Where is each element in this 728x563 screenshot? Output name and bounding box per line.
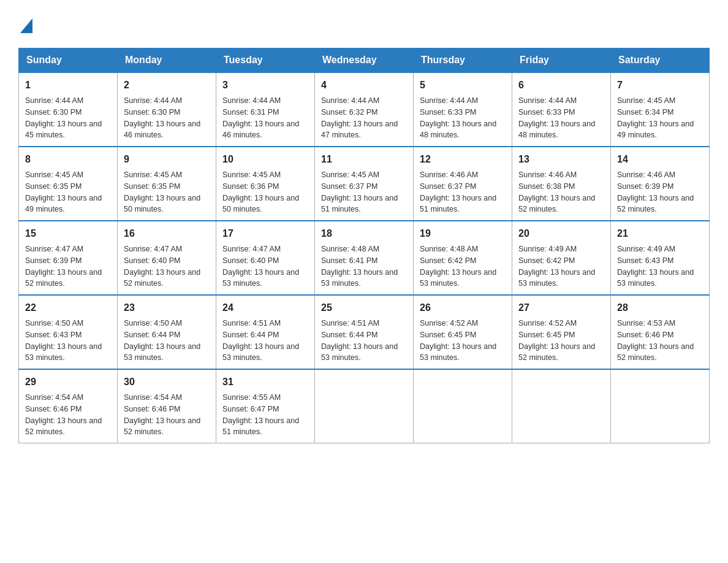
calendar-cell: 28Sunrise: 4:53 AMSunset: 6:46 PMDayligh… bbox=[611, 295, 710, 369]
day-number: 20 bbox=[518, 226, 604, 241]
day-info: Sunrise: 4:54 AMSunset: 6:46 PMDaylight:… bbox=[124, 392, 210, 438]
calendar-cell: 1Sunrise: 4:44 AMSunset: 6:30 PMDaylight… bbox=[19, 72, 118, 147]
day-info: Sunrise: 4:45 AMSunset: 6:36 PMDaylight:… bbox=[222, 169, 308, 215]
calendar-cell: 13Sunrise: 4:46 AMSunset: 6:38 PMDayligh… bbox=[512, 147, 611, 221]
day-number: 25 bbox=[321, 301, 407, 315]
calendar-cell: 22Sunrise: 4:50 AMSunset: 6:43 PMDayligh… bbox=[19, 295, 118, 369]
svg-marker-0 bbox=[20, 18, 32, 33]
logo bbox=[18, 18, 32, 36]
calendar-week-row: 1Sunrise: 4:44 AMSunset: 6:30 PMDaylight… bbox=[19, 72, 710, 147]
day-info: Sunrise: 4:50 AMSunset: 6:43 PMDaylight:… bbox=[25, 318, 111, 364]
weekday-header-saturday: Saturday bbox=[611, 48, 710, 73]
day-info: Sunrise: 4:52 AMSunset: 6:45 PMDaylight:… bbox=[420, 318, 506, 364]
day-info: Sunrise: 4:45 AMSunset: 6:35 PMDaylight:… bbox=[25, 169, 111, 215]
weekday-header-sunday: Sunday bbox=[19, 48, 118, 73]
calendar-week-row: 29Sunrise: 4:54 AMSunset: 6:46 PMDayligh… bbox=[19, 369, 710, 443]
day-info: Sunrise: 4:45 AMSunset: 6:37 PMDaylight:… bbox=[321, 169, 407, 215]
calendar-cell: 31Sunrise: 4:55 AMSunset: 6:47 PMDayligh… bbox=[216, 369, 315, 443]
day-number: 6 bbox=[518, 78, 604, 93]
day-number: 18 bbox=[321, 226, 407, 241]
weekday-header-wednesday: Wednesday bbox=[315, 48, 414, 73]
day-number: 9 bbox=[124, 152, 210, 167]
calendar-cell bbox=[414, 369, 512, 443]
calendar-cell: 26Sunrise: 4:52 AMSunset: 6:45 PMDayligh… bbox=[414, 295, 512, 369]
day-number: 14 bbox=[617, 152, 703, 167]
day-number: 2 bbox=[124, 78, 210, 93]
weekday-header-monday: Monday bbox=[118, 48, 216, 73]
calendar-cell: 23Sunrise: 4:50 AMSunset: 6:44 PMDayligh… bbox=[118, 295, 216, 369]
calendar-cell: 29Sunrise: 4:54 AMSunset: 6:46 PMDayligh… bbox=[19, 369, 118, 443]
calendar-cell: 6Sunrise: 4:44 AMSunset: 6:33 PMDaylight… bbox=[512, 72, 611, 147]
day-info: Sunrise: 4:48 AMSunset: 6:41 PMDaylight:… bbox=[321, 243, 407, 289]
calendar-week-row: 22Sunrise: 4:50 AMSunset: 6:43 PMDayligh… bbox=[19, 295, 710, 369]
calendar-cell: 11Sunrise: 4:45 AMSunset: 6:37 PMDayligh… bbox=[315, 147, 414, 221]
day-number: 4 bbox=[321, 78, 407, 93]
weekday-header-friday: Friday bbox=[512, 48, 611, 73]
calendar-table: SundayMondayTuesdayWednesdayThursdayFrid… bbox=[18, 48, 710, 443]
day-number: 27 bbox=[518, 301, 604, 315]
calendar-header-row: SundayMondayTuesdayWednesdayThursdayFrid… bbox=[19, 48, 710, 73]
calendar-cell bbox=[315, 369, 414, 443]
calendar-week-row: 8Sunrise: 4:45 AMSunset: 6:35 PMDaylight… bbox=[19, 147, 710, 221]
calendar-cell: 25Sunrise: 4:51 AMSunset: 6:44 PMDayligh… bbox=[315, 295, 414, 369]
day-info: Sunrise: 4:51 AMSunset: 6:44 PMDaylight:… bbox=[222, 318, 308, 364]
day-info: Sunrise: 4:45 AMSunset: 6:35 PMDaylight:… bbox=[124, 169, 210, 215]
calendar-cell: 19Sunrise: 4:48 AMSunset: 6:42 PMDayligh… bbox=[414, 221, 512, 295]
day-info: Sunrise: 4:44 AMSunset: 6:33 PMDaylight:… bbox=[420, 95, 506, 141]
weekday-header-thursday: Thursday bbox=[414, 48, 512, 73]
calendar-cell: 17Sunrise: 4:47 AMSunset: 6:40 PMDayligh… bbox=[216, 221, 315, 295]
day-number: 30 bbox=[124, 375, 210, 389]
calendar-cell: 18Sunrise: 4:48 AMSunset: 6:41 PMDayligh… bbox=[315, 221, 414, 295]
day-info: Sunrise: 4:47 AMSunset: 6:40 PMDaylight:… bbox=[222, 243, 308, 289]
calendar-cell: 12Sunrise: 4:46 AMSunset: 6:37 PMDayligh… bbox=[414, 147, 512, 221]
calendar-week-row: 15Sunrise: 4:47 AMSunset: 6:39 PMDayligh… bbox=[19, 221, 710, 295]
calendar-cell: 8Sunrise: 4:45 AMSunset: 6:35 PMDaylight… bbox=[19, 147, 118, 221]
header bbox=[18, 12, 710, 36]
calendar-cell: 27Sunrise: 4:52 AMSunset: 6:45 PMDayligh… bbox=[512, 295, 611, 369]
calendar-cell: 14Sunrise: 4:46 AMSunset: 6:39 PMDayligh… bbox=[611, 147, 710, 221]
day-info: Sunrise: 4:55 AMSunset: 6:47 PMDaylight:… bbox=[222, 392, 308, 438]
calendar-cell bbox=[611, 369, 710, 443]
day-info: Sunrise: 4:48 AMSunset: 6:42 PMDaylight:… bbox=[420, 243, 506, 289]
day-number: 28 bbox=[617, 301, 703, 315]
day-info: Sunrise: 4:45 AMSunset: 6:34 PMDaylight:… bbox=[617, 95, 703, 141]
day-info: Sunrise: 4:49 AMSunset: 6:43 PMDaylight:… bbox=[617, 243, 703, 289]
weekday-header-tuesday: Tuesday bbox=[216, 48, 315, 73]
day-number: 23 bbox=[124, 301, 210, 315]
day-number: 12 bbox=[420, 152, 506, 167]
day-info: Sunrise: 4:47 AMSunset: 6:40 PMDaylight:… bbox=[124, 243, 210, 289]
day-info: Sunrise: 4:53 AMSunset: 6:46 PMDaylight:… bbox=[617, 318, 703, 364]
logo-triangle-icon bbox=[20, 18, 32, 33]
calendar-cell: 21Sunrise: 4:49 AMSunset: 6:43 PMDayligh… bbox=[611, 221, 710, 295]
day-number: 10 bbox=[222, 152, 308, 167]
day-info: Sunrise: 4:46 AMSunset: 6:38 PMDaylight:… bbox=[518, 169, 604, 215]
day-info: Sunrise: 4:44 AMSunset: 6:33 PMDaylight:… bbox=[518, 95, 604, 141]
day-info: Sunrise: 4:44 AMSunset: 6:30 PMDaylight:… bbox=[25, 95, 111, 141]
day-number: 24 bbox=[222, 301, 308, 315]
day-info: Sunrise: 4:44 AMSunset: 6:30 PMDaylight:… bbox=[124, 95, 210, 141]
calendar-cell: 7Sunrise: 4:45 AMSunset: 6:34 PMDaylight… bbox=[611, 72, 710, 147]
calendar-cell: 5Sunrise: 4:44 AMSunset: 6:33 PMDaylight… bbox=[414, 72, 512, 147]
day-info: Sunrise: 4:50 AMSunset: 6:44 PMDaylight:… bbox=[124, 318, 210, 364]
day-number: 26 bbox=[420, 301, 506, 315]
calendar-cell: 10Sunrise: 4:45 AMSunset: 6:36 PMDayligh… bbox=[216, 147, 315, 221]
day-info: Sunrise: 4:44 AMSunset: 6:31 PMDaylight:… bbox=[222, 95, 308, 141]
calendar-cell bbox=[512, 369, 611, 443]
day-number: 31 bbox=[222, 375, 308, 389]
day-info: Sunrise: 4:44 AMSunset: 6:32 PMDaylight:… bbox=[321, 95, 407, 141]
day-number: 8 bbox=[25, 152, 111, 167]
day-number: 15 bbox=[25, 226, 111, 241]
day-info: Sunrise: 4:49 AMSunset: 6:42 PMDaylight:… bbox=[518, 243, 604, 289]
calendar-cell: 15Sunrise: 4:47 AMSunset: 6:39 PMDayligh… bbox=[19, 221, 118, 295]
day-info: Sunrise: 4:54 AMSunset: 6:46 PMDaylight:… bbox=[25, 392, 111, 438]
calendar-cell: 4Sunrise: 4:44 AMSunset: 6:32 PMDaylight… bbox=[315, 72, 414, 147]
day-number: 21 bbox=[617, 226, 703, 241]
day-number: 17 bbox=[222, 226, 308, 241]
day-number: 16 bbox=[124, 226, 210, 241]
day-number: 3 bbox=[222, 78, 308, 93]
day-info: Sunrise: 4:52 AMSunset: 6:45 PMDaylight:… bbox=[518, 318, 604, 364]
day-number: 19 bbox=[420, 226, 506, 241]
calendar-cell: 2Sunrise: 4:44 AMSunset: 6:30 PMDaylight… bbox=[118, 72, 216, 147]
day-number: 29 bbox=[25, 375, 111, 389]
day-info: Sunrise: 4:51 AMSunset: 6:44 PMDaylight:… bbox=[321, 318, 407, 364]
